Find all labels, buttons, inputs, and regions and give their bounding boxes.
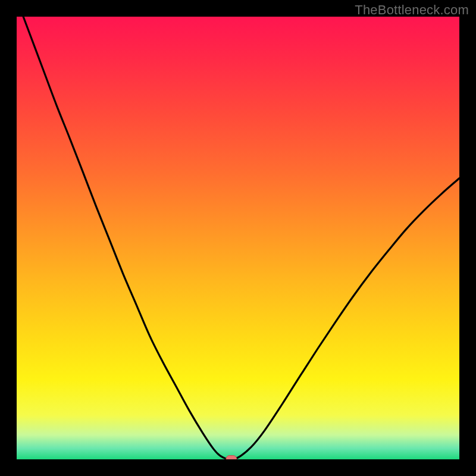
plot-background <box>17 17 459 459</box>
watermark-text: TheBottleneck.com <box>355 2 469 18</box>
optimal-marker <box>226 456 237 464</box>
bottleneck-chart <box>0 0 476 476</box>
chart-frame: { "watermark": "TheBottleneck.com", "col… <box>0 0 476 476</box>
